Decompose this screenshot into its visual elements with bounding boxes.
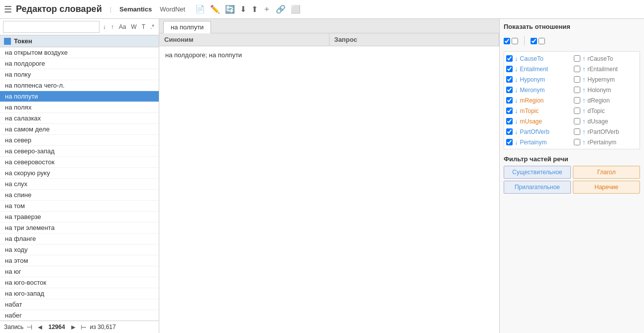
- word-item[interactable]: на полпути: [0, 91, 159, 102]
- word-item[interactable]: набат: [0, 299, 159, 310]
- table-header: Синоним Запрос: [159, 33, 499, 46]
- rel-arrow-up-icon: ↑: [582, 138, 586, 146]
- rel-item-right: ↑Hypernym: [574, 75, 638, 84]
- first-page-btn[interactable]: ⊣: [25, 323, 33, 331]
- word-item[interactable]: на три элемента: [0, 222, 159, 233]
- save-icon[interactable]: 📄: [195, 4, 205, 14]
- rel-item-left: ↓CauseTo: [506, 54, 570, 63]
- word-item[interactable]: на северовосток: [0, 157, 159, 168]
- word-item[interactable]: на полпенса чего-л.: [0, 80, 159, 91]
- menu-icon[interactable]: ☰: [4, 4, 12, 15]
- rel-arrow-up-icon: ↑: [582, 117, 586, 125]
- check-all-left-checked[interactable]: [504, 38, 510, 44]
- rel-checkbox-right[interactable]: [574, 139, 580, 145]
- search-bar: ↓ ↑ Aa W T .*: [0, 19, 159, 35]
- pos-btn-noun[interactable]: Существительное: [504, 166, 571, 179]
- rel-checkbox-right[interactable]: [574, 66, 580, 72]
- refresh-icon[interactable]: 🔄: [225, 4, 235, 14]
- rel-checkbox-right[interactable]: [574, 76, 580, 83]
- word-item[interactable]: на юго-запад: [0, 288, 159, 299]
- download-icon[interactable]: ⬇: [240, 4, 246, 14]
- word-item[interactable]: на фланге: [0, 233, 159, 244]
- rel-item-right: ↑dUsage: [574, 116, 638, 126]
- rel-checkbox-left[interactable]: [506, 108, 513, 114]
- add-icon[interactable]: ＋: [263, 4, 271, 14]
- word-list[interactable]: на открытом воздухена полдорогена полкун…: [0, 47, 159, 321]
- word-item[interactable]: на северо-запад: [0, 146, 159, 157]
- tag-btn[interactable]: T: [140, 23, 147, 31]
- case-btn[interactable]: Aa: [117, 23, 128, 31]
- link-icon[interactable]: 🔗: [276, 4, 286, 14]
- word-item[interactable]: на ходу: [0, 244, 159, 255]
- word-item[interactable]: на самом деле: [0, 124, 159, 135]
- whole-word-btn[interactable]: W: [129, 23, 138, 31]
- rel-checkbox-left[interactable]: [506, 128, 513, 135]
- word-item[interactable]: на полдороге: [0, 58, 159, 69]
- rel-item-left: ↓mTopic: [506, 106, 570, 115]
- top-checkboxes: [504, 36, 640, 45]
- rel-checkbox-right[interactable]: [574, 55, 580, 62]
- rel-label-left: mUsage: [520, 118, 542, 125]
- word-item[interactable]: на салазках: [0, 113, 159, 124]
- upload-icon[interactable]: ⬆: [251, 4, 258, 14]
- prev-page-btn[interactable]: ◄: [35, 323, 44, 331]
- word-item[interactable]: на юг: [0, 266, 159, 277]
- word-item[interactable]: на траверзе: [0, 212, 159, 222]
- check-all-right-unchecked[interactable]: [538, 38, 545, 44]
- word-item[interactable]: на спине: [0, 190, 159, 201]
- main-layout: ↓ ↑ Aa W T .* Токен на открытом воздухен…: [0, 19, 644, 333]
- word-item[interactable]: на полку: [0, 69, 159, 80]
- rel-checkbox-left[interactable]: [506, 76, 513, 83]
- pagination: Запись ⊣ ◄ 12964 ► ⊢ из 30,617: [0, 321, 159, 333]
- sort-up-btn[interactable]: ↑: [109, 23, 115, 31]
- edit-icon[interactable]: ✏️: [210, 4, 220, 14]
- rel-arrow-up-icon: ↑: [582, 76, 586, 83]
- regex-btn[interactable]: .*: [149, 23, 156, 31]
- pos-btn-adv[interactable]: Наречие: [573, 181, 640, 194]
- rel-item-left: ↓Meronym: [506, 85, 570, 95]
- rel-checkbox-left[interactable]: [506, 66, 513, 72]
- word-item[interactable]: на полях: [0, 102, 159, 113]
- word-item[interactable]: на том: [0, 201, 159, 212]
- rel-checkbox-right[interactable]: [574, 87, 580, 93]
- relations-title: Показать отношения: [504, 23, 640, 30]
- rel-checkbox-right[interactable]: [574, 97, 580, 104]
- next-page-btn[interactable]: ►: [69, 323, 78, 331]
- rel-checkbox-left[interactable]: [506, 97, 513, 104]
- rel-label-left: mTopic: [520, 108, 539, 114]
- word-item[interactable]: на скорую руку: [0, 168, 159, 179]
- word-item[interactable]: на юго-восток: [0, 277, 159, 288]
- col-query: Запрос: [329, 33, 500, 46]
- word-item[interactable]: набег: [0, 310, 159, 321]
- rel-checkbox-right[interactable]: [574, 108, 580, 114]
- table-row: на полдороге; на полпути: [164, 49, 494, 61]
- rel-checkbox-right[interactable]: [574, 128, 580, 135]
- rel-item-left: ↓PartOfVerb: [506, 127, 570, 136]
- sort-down-btn[interactable]: ↓: [102, 23, 107, 31]
- word-item[interactable]: на этом: [0, 255, 159, 266]
- rel-label-left: Hyponym: [520, 76, 545, 83]
- word-item[interactable]: на слух: [0, 179, 159, 190]
- rel-label-left: CauseTo: [520, 55, 543, 62]
- relations-grid: ↓CauseTo↑rCauseTo↓Entailment↑rEntailment…: [504, 51, 640, 149]
- search-input[interactable]: [3, 21, 100, 33]
- rel-checkbox-left[interactable]: [506, 87, 513, 93]
- rel-checkbox-right[interactable]: [574, 118, 580, 124]
- rel-checkbox-left[interactable]: [506, 118, 513, 124]
- tab-item[interactable]: на полпути: [163, 21, 211, 33]
- rel-label-right: dRegion: [588, 97, 610, 104]
- tab-wordnet[interactable]: WordNet: [158, 4, 187, 14]
- rel-checkbox-left[interactable]: [506, 139, 513, 145]
- page-number: 12964: [48, 324, 65, 331]
- pos-btn-verb[interactable]: Глагол: [573, 166, 640, 179]
- pos-btn-adj[interactable]: Прилагательное: [504, 181, 571, 194]
- check-all-right-checked[interactable]: [531, 38, 537, 44]
- rel-checkbox-left[interactable]: [506, 55, 513, 62]
- view-icon[interactable]: ⬜: [291, 4, 301, 14]
- word-item[interactable]: на север: [0, 135, 159, 146]
- last-page-btn[interactable]: ⊢: [80, 323, 88, 331]
- check-all-left-unchecked[interactable]: [512, 38, 518, 44]
- tab-bar: на полпути: [159, 19, 499, 33]
- tab-semantics[interactable]: Semantics: [117, 4, 154, 14]
- word-item[interactable]: на открытом воздухе: [0, 47, 159, 58]
